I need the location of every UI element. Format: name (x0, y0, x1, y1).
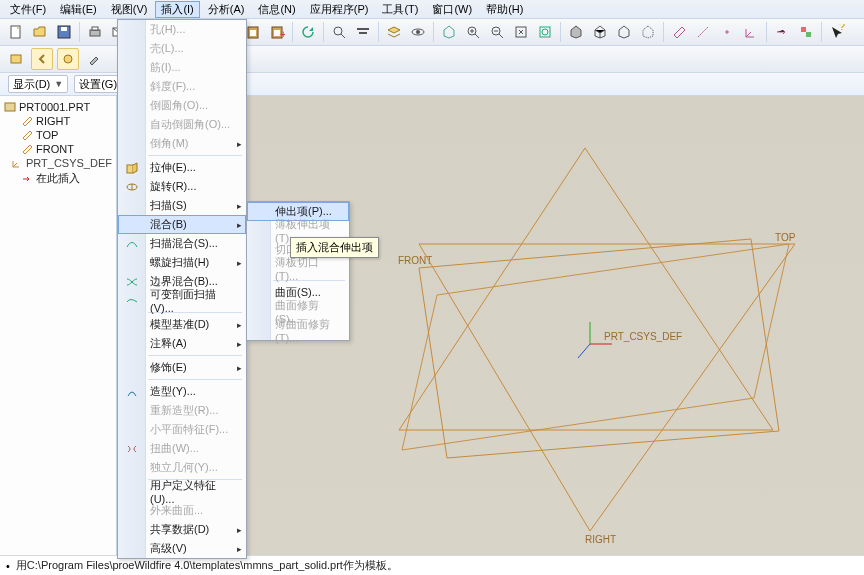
menu-help[interactable]: 帮助(H) (480, 1, 529, 18)
insert-menu-item[interactable]: 旋转(R)... (118, 177, 246, 196)
insert-menu-item: 自动倒圆角(O)... (118, 115, 246, 134)
svg-line-33 (578, 344, 590, 358)
svg-point-19 (416, 30, 420, 34)
tree-item[interactable]: FRONT (2, 142, 114, 156)
repaint-button[interactable] (534, 21, 556, 43)
menu-item-label: 扫描(S) (150, 198, 187, 213)
menu-item-label: 混合(B) (150, 217, 187, 232)
tree-item[interactable]: TOP (2, 128, 114, 142)
no-hidden-button[interactable] (613, 21, 635, 43)
tree-item-insert-here[interactable]: 在此插入 (2, 170, 114, 187)
hidden-button[interactable] (589, 21, 611, 43)
menu-analysis[interactable]: 分析(A) (202, 1, 251, 18)
tree-back-button[interactable] (31, 48, 53, 70)
tree-fav-button[interactable] (57, 48, 79, 70)
wireframe-button[interactable] (637, 21, 659, 43)
insert-menu-item[interactable]: 拉伸(E)... (118, 158, 246, 177)
save-button[interactable] (53, 21, 75, 43)
insert-menu-item[interactable]: 扫描混合(S)... (118, 234, 246, 253)
zoom-in-button[interactable] (462, 21, 484, 43)
insert-menu-item[interactable]: 扫描(S)▸ (118, 196, 246, 215)
svg-point-24 (542, 29, 548, 35)
tree-item[interactable]: PRT_CSYS_DEF (2, 156, 114, 170)
insert-menu-item[interactable]: 共享数据(D)▸ (118, 520, 246, 539)
tree-home-button[interactable] (5, 48, 27, 70)
regen-button[interactable] (297, 21, 319, 43)
svg-rect-25 (801, 27, 806, 32)
open-button[interactable] (29, 21, 51, 43)
display-combo[interactable]: 显示(D)▼ (8, 75, 68, 93)
menu-item-label: 共享数据(D) (150, 522, 209, 537)
menu-item-label: 筋(I)... (150, 60, 181, 75)
insert-menu-item[interactable]: 修饰(E)▸ (118, 358, 246, 377)
print-button[interactable] (84, 21, 106, 43)
insert-menu-item[interactable]: 高级(V)▸ (118, 539, 246, 558)
insert-menu-item: 倒角(M)▸ (118, 134, 246, 153)
insert-menu-item: 筋(I)... (118, 58, 246, 77)
svg-rect-4 (92, 27, 98, 30)
find-button[interactable] (328, 21, 350, 43)
insert-menu-item: 小平面特征(F)... (118, 420, 246, 439)
insert-menu-item[interactable]: 模型基准(D)▸ (118, 315, 246, 334)
tree-tool-button[interactable] (83, 48, 105, 70)
revolve-icon (124, 179, 140, 195)
menu-item-label: 薄板切口(T)... (275, 255, 335, 282)
blend-submenu: 伸出项(P)...薄板伸出项(T)...切口(C)...薄板切口(T)...曲面… (246, 201, 350, 341)
tree-root[interactable]: PRT0001.PRT (2, 100, 114, 114)
menu-tools[interactable]: 工具(T) (376, 1, 424, 18)
color-button[interactable] (795, 21, 817, 43)
menu-app[interactable]: 应用程序(P) (304, 1, 375, 18)
arrow-icon (21, 173, 33, 185)
menubar: 文件(F) 编辑(E) 视图(V) 插入(I) 分析(A) 信息(N) 应用程序… (0, 0, 864, 19)
submenu-arrow-icon: ▸ (237, 258, 242, 268)
svg-rect-11 (250, 30, 256, 36)
orient-button[interactable] (438, 21, 460, 43)
menu-item-label: 薄曲面修剪(T)... (275, 317, 335, 344)
tree-item[interactable]: RIGHT (2, 114, 114, 128)
menu-info[interactable]: 信息(N) (252, 1, 301, 18)
paste-special-button[interactable]: + (266, 21, 288, 43)
select-filter-button[interactable] (352, 21, 374, 43)
blend-submenu-item: 薄曲面修剪(T)... (247, 321, 349, 340)
menu-item-label: 修饰(E) (150, 360, 187, 375)
menu-file[interactable]: 文件(F) (4, 1, 52, 18)
visibility-button[interactable] (407, 21, 429, 43)
csys-icon (11, 157, 23, 169)
datum-plane-button[interactable] (668, 21, 690, 43)
insert-menu-item[interactable]: 用户定义特征(U)... (118, 482, 246, 501)
annot-button[interactable] (771, 21, 793, 43)
svg-rect-30 (5, 103, 15, 111)
insert-menu-item[interactable]: 螺旋扫描(H)▸ (118, 253, 246, 272)
insert-menu-item[interactable]: 注释(A)▸ (118, 334, 246, 353)
menu-window[interactable]: 窗口(W) (426, 1, 478, 18)
datum-axis-button[interactable] (692, 21, 714, 43)
insert-menu-item: 壳(L)... (118, 39, 246, 58)
insert-menu-item[interactable]: 造型(Y)... (118, 382, 246, 401)
menu-item-label: 模型基准(D) (150, 317, 209, 332)
menu-item-label: 斜度(F)... (150, 79, 195, 94)
refit-button[interactable] (510, 21, 532, 43)
submenu-arrow-icon: ▸ (237, 363, 242, 373)
insert-menu-item[interactable]: 混合(B)▸ (118, 215, 246, 234)
new-button[interactable] (5, 21, 27, 43)
shade-button[interactable] (565, 21, 587, 43)
insert-menu-item[interactable]: 可变剖面扫描(V)... (118, 291, 246, 310)
csys-button[interactable] (740, 21, 762, 43)
bullet-icon: • (6, 560, 10, 572)
menu-insert[interactable]: 插入(I) (155, 1, 199, 18)
datum-plane-icon (21, 143, 33, 155)
layer-button[interactable] (383, 21, 405, 43)
menu-edit[interactable]: 编辑(E) (54, 1, 103, 18)
svg-point-15 (334, 27, 342, 35)
menu-view[interactable]: 视图(V) (105, 1, 154, 18)
warp-icon (124, 441, 140, 457)
svg-rect-28 (11, 55, 21, 63)
dropdown-icon: ▼ (54, 79, 63, 89)
datum-point-button[interactable] (716, 21, 738, 43)
menu-item-label: 注释(A) (150, 336, 187, 351)
svg-rect-3 (90, 30, 100, 36)
zoom-out-button[interactable] (486, 21, 508, 43)
submenu-arrow-icon: ▸ (237, 339, 242, 349)
help-pointer-button[interactable]: ? (826, 21, 848, 43)
insert-menu-dropdown: 孔(H)...壳(L)...筋(I)...斜度(F)...倒圆角(O)...自动… (117, 19, 247, 559)
